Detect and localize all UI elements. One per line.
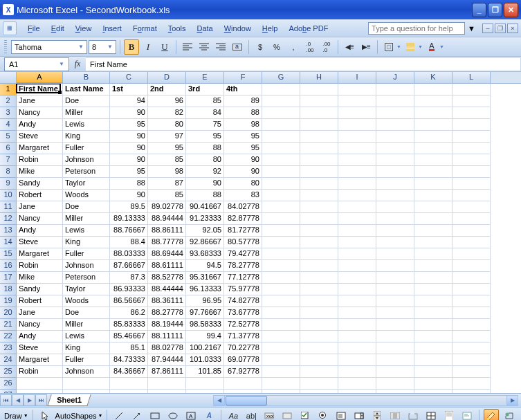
- cell[interactable]: 88: [186, 190, 224, 201]
- cell[interactable]: [338, 366, 376, 378]
- cell[interactable]: King: [63, 237, 110, 248]
- cell[interactable]: Woods: [63, 295, 110, 307]
- cell[interactable]: [338, 248, 376, 260]
- listbox-button[interactable]: [333, 409, 349, 421]
- insert-wordart-button[interactable]: A: [201, 409, 217, 421]
- cell[interactable]: [414, 131, 453, 143]
- textbox-button[interactable]: A: [183, 409, 199, 421]
- cell[interactable]: 95: [110, 119, 148, 131]
- cell[interactable]: [376, 390, 414, 393]
- row-header[interactable]: 20: [0, 307, 17, 319]
- cell[interactable]: 97.76667: [186, 307, 224, 319]
- cell[interactable]: [300, 319, 338, 331]
- cell[interactable]: [453, 272, 491, 284]
- name-box[interactable]: A1▼: [4, 57, 69, 71]
- cell[interactable]: [300, 154, 338, 166]
- cell[interactable]: [376, 272, 414, 284]
- minimize-button[interactable]: _: [472, 3, 486, 17]
- control-button-2[interactable]: [280, 409, 295, 421]
- cell[interactable]: 87: [148, 178, 186, 190]
- cell[interactable]: 74.82778: [224, 295, 262, 307]
- cell[interactable]: 88.52778: [148, 272, 186, 284]
- cell[interactable]: 89.13333: [110, 213, 148, 225]
- cell[interactable]: [414, 154, 453, 166]
- cell[interactable]: [376, 237, 414, 248]
- cell[interactable]: 85.46667: [110, 331, 148, 343]
- row-header[interactable]: 11: [0, 201, 17, 213]
- row-header[interactable]: 18: [0, 284, 17, 295]
- arrow-button[interactable]: [129, 409, 145, 421]
- decrease-decimal-button[interactable]: .00.0: [319, 39, 334, 55]
- cell[interactable]: Sandy: [17, 284, 63, 295]
- menu-format[interactable]: Format: [127, 22, 163, 35]
- cell[interactable]: 85: [148, 154, 186, 166]
- cell[interactable]: 72.52778: [224, 319, 262, 331]
- cell[interactable]: [300, 354, 338, 366]
- option-button[interactable]: [316, 409, 331, 421]
- cell[interactable]: 88.69444: [148, 248, 186, 260]
- cell[interactable]: Johnson: [63, 260, 110, 272]
- cell[interactable]: [376, 213, 414, 225]
- row-header[interactable]: 19: [0, 295, 17, 307]
- cell[interactable]: Mike: [17, 272, 63, 284]
- cell[interactable]: 1st: [110, 84, 148, 95]
- cell[interactable]: 90: [110, 131, 148, 143]
- cell[interactable]: [338, 201, 376, 213]
- cell[interactable]: 89: [224, 95, 262, 107]
- cell[interactable]: [453, 366, 491, 378]
- increase-decimal-button[interactable]: .0.00: [302, 39, 318, 55]
- cell[interactable]: [262, 95, 300, 107]
- cell[interactable]: [453, 178, 491, 190]
- cell[interactable]: [453, 107, 491, 119]
- cell[interactable]: [414, 343, 453, 354]
- cell[interactable]: [414, 190, 453, 201]
- cell[interactable]: 89.02778: [148, 201, 186, 213]
- cell[interactable]: 83: [224, 190, 262, 201]
- cell[interactable]: [300, 284, 338, 295]
- cell[interactable]: [224, 378, 262, 390]
- close-button[interactable]: ✕: [504, 3, 518, 17]
- cell[interactable]: [262, 284, 300, 295]
- cell[interactable]: [453, 354, 491, 366]
- cell[interactable]: [262, 201, 300, 213]
- cell[interactable]: 89.5: [110, 201, 148, 213]
- cell[interactable]: 95: [224, 131, 262, 143]
- cell[interactable]: [453, 190, 491, 201]
- cell[interactable]: Lewis: [63, 331, 110, 343]
- cell[interactable]: [300, 166, 338, 178]
- cell[interactable]: 90: [224, 166, 262, 178]
- cell[interactable]: 86.93333: [110, 284, 148, 295]
- cell[interactable]: Doe: [63, 201, 110, 213]
- cell[interactable]: 69.07778: [224, 354, 262, 366]
- cell[interactable]: 70.22778: [224, 343, 262, 354]
- cell[interactable]: [262, 343, 300, 354]
- increase-indent-button[interactable]: ▶≡: [358, 39, 374, 55]
- cell[interactable]: 101.0333: [186, 354, 224, 366]
- cell[interactable]: [186, 378, 224, 390]
- cell[interactable]: 90: [110, 107, 148, 119]
- row-header[interactable]: 26: [0, 378, 17, 390]
- cell[interactable]: 4th: [224, 84, 262, 95]
- cell[interactable]: Steve: [17, 131, 63, 143]
- row-header[interactable]: 21: [0, 319, 17, 331]
- column-header[interactable]: C: [110, 72, 148, 83]
- row-header[interactable]: 2: [0, 95, 17, 107]
- cell[interactable]: Sandy: [17, 178, 63, 190]
- cell[interactable]: 100.2167: [186, 343, 224, 354]
- cell[interactable]: Nancy: [17, 319, 63, 331]
- properties-button[interactable]: [441, 409, 457, 421]
- row-header[interactable]: 13: [0, 225, 17, 237]
- cell[interactable]: 92.05: [186, 225, 224, 237]
- cell[interactable]: [262, 237, 300, 248]
- cell[interactable]: [376, 166, 414, 178]
- cell[interactable]: [262, 307, 300, 319]
- cell[interactable]: 93.68333: [186, 248, 224, 260]
- cell[interactable]: [262, 131, 300, 143]
- mdi-restore-button[interactable]: ❐: [495, 24, 506, 33]
- row-header[interactable]: 6: [0, 143, 17, 154]
- cell[interactable]: Johnson: [63, 154, 110, 166]
- cell[interactable]: 96: [148, 95, 186, 107]
- cell[interactable]: [453, 201, 491, 213]
- cell[interactable]: 81.72778: [224, 225, 262, 237]
- cell[interactable]: [376, 284, 414, 295]
